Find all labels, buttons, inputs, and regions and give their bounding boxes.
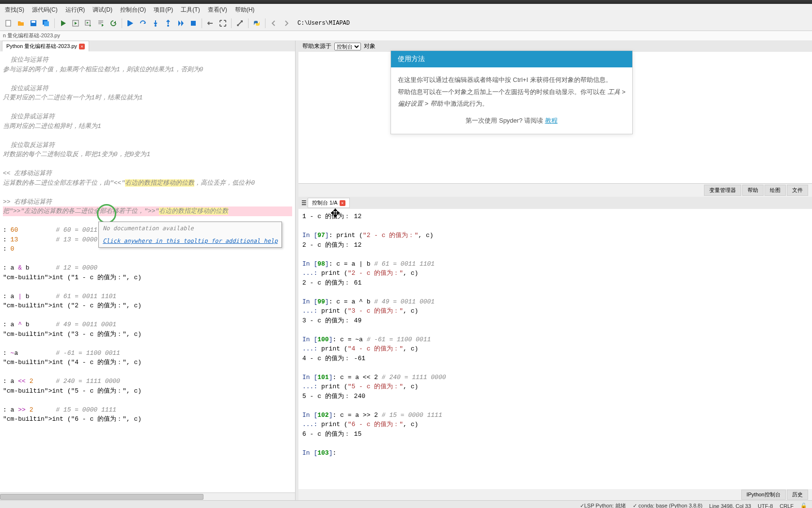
rerun-icon[interactable] xyxy=(108,18,119,29)
new-file-icon[interactable] xyxy=(3,18,14,29)
open-folder-icon[interactable] xyxy=(16,18,26,29)
statusbar: ✓LSP Python: 就绪 ✓ conda: base (Python 3.… xyxy=(0,500,812,508)
back-icon[interactable] xyxy=(268,18,279,29)
tab-plot[interactable]: 绘图 xyxy=(765,185,786,196)
tab-label: Python 量化编程基础-2023.py xyxy=(6,43,77,50)
step-over-icon[interactable] xyxy=(138,18,148,29)
close-icon[interactable]: × xyxy=(79,44,85,49)
menubar: 查找(S) 源代码(C) 运行(R) 调试(D) 控制台(O) 项目(P) 工具… xyxy=(0,4,812,16)
help-text-2: 帮助信息可以在一个对象之后加上一个左圆括号的时候自动显示。你可以在 工具 > 偏… xyxy=(398,86,625,110)
menu-debug[interactable]: 调试(D) xyxy=(90,5,115,15)
help-text-1: 在这里你可以通过在编辑器或者终端中按 Ctrl+I 来获得任何对象的帮助信息。 xyxy=(398,74,625,86)
status-eol: CRLF xyxy=(780,503,794,508)
debug-icon[interactable] xyxy=(125,18,136,29)
tab-help[interactable]: 帮助 xyxy=(742,185,764,196)
status-lsp: ✓LSP Python: 就绪 xyxy=(580,502,626,508)
cursor-home-icon[interactable] xyxy=(205,18,216,29)
status-position: Line 3498, Col 33 xyxy=(709,503,751,508)
console-tab-label: 控制台 1/A xyxy=(312,199,338,206)
help-card-title: 使用方法 xyxy=(391,51,632,67)
console-tab[interactable]: 控制台 1/A × xyxy=(308,198,350,208)
run-cell-icon[interactable] xyxy=(70,18,81,29)
tooltip-nodoc: No documentation available xyxy=(103,224,278,233)
help-pane: 帮助来源于 控制台 对象 使用方法 在这里你可以通过在编辑器或者终端中按 Ctr… xyxy=(298,41,812,184)
svg-point-11 xyxy=(237,24,239,26)
run-selection-icon[interactable] xyxy=(95,18,106,29)
svg-rect-0 xyxy=(6,20,11,26)
continue-icon[interactable] xyxy=(175,18,186,29)
status-conda: ✓ conda: base (Python 3.8.8) xyxy=(633,503,703,508)
menu-help[interactable]: 帮助(H) xyxy=(232,5,258,15)
run-cell-advance-icon[interactable] xyxy=(83,18,94,29)
svg-rect-10 xyxy=(191,21,196,26)
code-editor[interactable]: 按位与运算符参与运算的两个值，如果两个相应位都为1，则该位的结果为1，否则为0 … xyxy=(0,51,295,492)
toolbar: C:\Users\MIAPAD xyxy=(0,16,812,31)
menu-project[interactable]: 项目(P) xyxy=(151,5,176,15)
forward-icon[interactable] xyxy=(281,18,292,29)
doc-tooltip[interactable]: No documentation available Click anywher… xyxy=(98,222,282,248)
console-menu-icon[interactable]: ☰ xyxy=(301,200,307,206)
right-tabs: 变量管理器 帮助 绘图 文件 xyxy=(298,184,812,197)
tab-ipython[interactable]: IPython控制台 xyxy=(741,490,786,500)
editor-pane: Python 量化编程基础-2023.py × 按位与运算符参与运算的两个值，如… xyxy=(0,41,296,500)
run-icon[interactable] xyxy=(58,18,68,29)
python-path-icon[interactable] xyxy=(251,18,262,29)
step-out-icon[interactable] xyxy=(163,18,173,29)
fullscreen-icon[interactable] xyxy=(218,18,228,29)
right-pane: 帮助来源于 控制台 对象 使用方法 在这里你可以通过在编辑器或者终端中按 Ctr… xyxy=(298,41,812,500)
tab-files[interactable]: 文件 xyxy=(787,185,808,196)
svg-rect-4 xyxy=(44,21,49,26)
menu-tools[interactable]: 工具(T) xyxy=(178,5,203,15)
help-source-dropdown[interactable]: 控制台 xyxy=(334,43,361,50)
preferences-icon[interactable] xyxy=(234,18,245,29)
working-dir-path[interactable]: C:\Users\MIAPAD xyxy=(297,20,350,27)
tab-history[interactable]: 历史 xyxy=(787,490,808,500)
horizontal-scrollbar[interactable] xyxy=(0,492,295,500)
status-rw-icon: 🔓 xyxy=(800,503,807,508)
svg-rect-2 xyxy=(31,21,35,23)
status-encoding: UTF-8 xyxy=(758,503,773,508)
help-object-label: 对象 xyxy=(364,42,375,50)
save-icon[interactable] xyxy=(28,18,39,29)
tab-variable-explorer[interactable]: 变量管理器 xyxy=(704,185,741,196)
console-bottom-tabs: IPython控制台 历史 xyxy=(298,489,812,500)
help-text-3: 第一次使用 Spyder? 请阅读 教程 xyxy=(398,115,625,127)
tooltip-morehelp[interactable]: Click anywhere in this tooltip for addit… xyxy=(103,237,278,245)
help-card: 使用方法 在这里你可以通过在编辑器或者终端中按 Ctrl+I 来获得任何对象的帮… xyxy=(390,50,633,134)
menu-run[interactable]: 运行(R) xyxy=(62,5,88,15)
ipython-console[interactable]: 1 - c 的值为： 12 In [97]: print ("2 - c 的值为… xyxy=(298,209,812,489)
menu-source[interactable]: 源代码(C) xyxy=(29,5,61,15)
menu-view[interactable]: 查看(V) xyxy=(205,5,230,15)
breadcrumb: n 量化编程基础-2023.py xyxy=(0,31,812,41)
menu-find[interactable]: 查找(S) xyxy=(2,5,27,15)
stop-icon[interactable] xyxy=(188,18,199,29)
step-into-icon[interactable] xyxy=(150,18,161,29)
svg-point-8 xyxy=(155,25,156,27)
help-source-label: 帮助来源于 xyxy=(302,42,331,50)
svg-rect-7 xyxy=(127,20,128,26)
close-icon[interactable]: × xyxy=(340,200,345,206)
tutorial-link[interactable]: 教程 xyxy=(545,117,558,124)
svg-point-9 xyxy=(167,25,169,27)
save-all-icon[interactable] xyxy=(41,18,51,29)
menu-console[interactable]: 控制台(O) xyxy=(117,5,149,15)
editor-tab[interactable]: Python 量化编程基础-2023.py × xyxy=(2,41,89,51)
console-pane: ☰ 控制台 1/A × 1 - c 的值为： 12 In [97]: print… xyxy=(298,197,812,500)
